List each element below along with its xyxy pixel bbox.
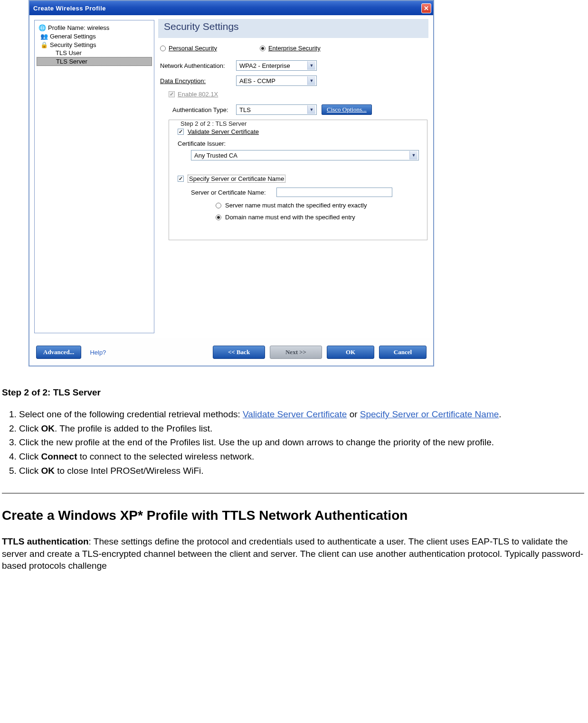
window-title: Create Wireless Profile [33,5,106,12]
tree-profile-name-label: Profile Name: [48,24,85,31]
advanced-button[interactable]: Advanced... [36,346,81,359]
specify-server-checkbox[interactable]: ✓ [178,176,184,182]
radio-label: Personal Security [169,45,217,52]
tree-general-settings[interactable]: 👥 General Settings [37,32,152,40]
cisco-options-button[interactable]: Cisco Options... [322,104,372,115]
users-icon: 👥 [40,32,48,40]
next-button: Next >> [270,346,322,359]
tree-security-settings[interactable]: 🔒 Security Settings [37,40,152,49]
select-value: Any Trusted CA [194,152,237,159]
network-auth-label: Network Authentication: [160,62,236,69]
chevron-down-icon: ▼ [307,105,315,114]
settings-pane: Security Settings Personal Security Ente… [156,15,433,338]
tree-item-label: Security Settings [50,41,96,48]
tree-tls-server[interactable]: TLS Server [37,57,152,66]
list-item: Click OK. The profile is added to the Pr… [19,423,584,435]
validate-server-cert-link[interactable]: Validate Server Certificate [243,409,347,419]
tree-profile-name[interactable]: 🌐 Profile Name: wireless [37,23,152,32]
list-item: Select one of the following credential r… [19,408,584,421]
page-title: Security Settings [158,19,428,38]
document-content: Step 2 of 2: TLS Server Select one of th… [0,366,588,572]
step-list: Select one of the following credential r… [19,408,584,477]
lock-icon: 🔒 [40,41,48,48]
validate-server-label: Validate Server Certificate [188,128,259,135]
tree-item-label: TLS User [56,49,82,56]
server-cert-name-input[interactable] [276,188,392,197]
list-item: Click Connect to connect to the selected… [19,451,584,463]
help-link[interactable]: Help? [90,349,106,356]
specify-server-label: Specify Server or Certificate Name [188,175,285,183]
section-heading: Create a Windows XP* Profile with TTLS N… [2,508,584,523]
radio-icon[interactable] [216,203,221,208]
data-encryption-label: Data Encryption: [160,77,236,85]
tree-item-label: General Settings [50,33,96,40]
list-item: Click the new profile at the end of the … [19,436,584,449]
radio-icon[interactable] [216,215,221,220]
radio-icon [160,46,166,51]
chevron-down-icon: ▼ [307,61,315,70]
ok-button[interactable]: OK [327,346,374,359]
select-value: WPA2 - Enterprise [239,62,290,69]
tree-tls-user[interactable]: TLS User [37,49,152,57]
dialog-button-bar: Advanced... Help? << Back Next >> OK Can… [29,338,433,366]
list-item: Click OK to close Intel PROSet/Wireless … [19,465,584,477]
select-value: AES - CCMP [239,77,275,85]
close-icon[interactable]: ✕ [421,3,431,13]
network-auth-select[interactable]: WPA2 - Enterprise ▼ [236,60,317,71]
radio-label: Enterprise Security [268,45,321,52]
server-cert-name-label: Server or Certificate Name: [191,189,276,196]
tree-profile-name-value: wireless [87,24,109,31]
radio-match-exact-label: Server name must match the specified ent… [225,202,367,209]
tls-server-fieldset: Step 2 of 2 : TLS Server ✓ Validate Serv… [169,120,427,240]
fieldset-legend: Step 2 of 2 : TLS Server [178,120,249,127]
titlebar[interactable]: Create Wireless Profile ✕ [29,1,433,15]
section-divider [2,493,584,494]
back-button[interactable]: << Back [213,346,265,359]
auth-type-label: Authentication Type: [160,106,236,113]
radio-domain-end-label: Domain name must end with the specified … [225,214,355,221]
enable-8021x-checkbox: ✓ [169,91,175,97]
wireless-profile-dialog: Create Wireless Profile ✕ 🌐 Profile Name… [28,0,434,366]
cancel-button[interactable]: Cancel [379,346,427,359]
radio-personal-security[interactable]: Personal Security [160,45,217,52]
cert-issuer-select[interactable]: Any Trusted CA ▼ [191,150,419,160]
chevron-down-icon: ▼ [409,151,417,160]
chevron-down-icon: ▼ [307,76,315,85]
radio-icon [260,46,266,51]
tree-item-label: TLS Server [56,58,87,65]
specify-server-name-link[interactable]: Specify Server or Certificate Name [360,409,499,419]
cert-issuer-label: Certificate Issuer: [178,140,420,147]
step-heading: Step 2 of 2: TLS Server [2,387,584,398]
validate-server-checkbox[interactable]: ✓ [178,129,184,135]
select-value: TLS [239,106,251,113]
data-encryption-select[interactable]: AES - CCMP ▼ [236,75,317,86]
nav-tree[interactable]: 🌐 Profile Name: wireless 👥 General Setti… [34,20,154,333]
paragraph: TTLS authentication: These settings defi… [2,535,584,572]
radio-enterprise-security[interactable]: Enterprise Security [260,45,321,52]
globe-icon: 🌐 [38,24,46,31]
enable-8021x-label: Enable 802.1X [178,91,218,98]
auth-type-select[interactable]: TLS ▼ [236,104,317,115]
